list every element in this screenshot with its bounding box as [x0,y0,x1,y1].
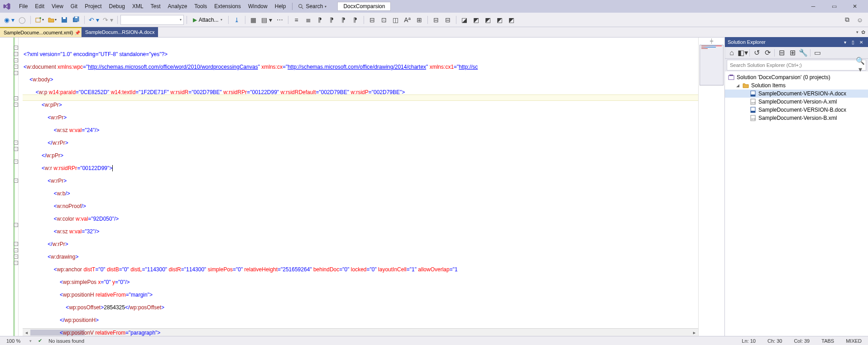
fold-button[interactable]: - [14,141,18,145]
panel-title-bar[interactable]: Solution Explorer ▾ ▯ ✕ [725,37,868,47]
fold-button[interactable]: - [14,242,18,246]
tb-icon-2[interactable]: ▤ ▾ [260,14,273,25]
menu-analyze[interactable]: Analyze [164,1,191,11]
menu-test[interactable]: Test [147,1,164,11]
status-mixed[interactable]: MIXED [843,338,864,344]
step-button[interactable]: ⤓ [231,14,242,25]
code-content[interactable]: <?xml version="1.0" encoding="UTF-8" sta… [23,38,698,336]
fold-button[interactable]: - [14,147,18,151]
menu-window[interactable]: Window [245,1,271,11]
save-button[interactable] [59,14,70,25]
fold-button[interactable]: - [14,255,18,259]
fold-button[interactable]: - [14,179,18,183]
sync-button[interactable]: ↺ [752,48,762,58]
tree-file-node[interactable]: xml SampleDocument-Version-A.xml [725,98,868,106]
menu-extensions[interactable]: Extensions [211,1,245,11]
undo-button[interactable]: ↶ ▾ [87,14,101,25]
fold-button[interactable]: - [14,46,18,50]
feedback-button[interactable]: ☺ [854,14,865,25]
fold-button[interactable]: - [14,52,18,56]
zoom-level[interactable]: 100 % [4,338,23,344]
project-name[interactable]: DocxComparsion [337,2,391,11]
panel-search[interactable]: 🔍▾ [727,60,866,71]
fold-button[interactable]: - [14,65,18,69]
nav-back-button[interactable]: ◉ ▾ [3,14,16,25]
maximize-button[interactable]: ▭ [824,0,844,13]
fold-button[interactable]: - [14,103,18,107]
tb-misc-4[interactable]: ⊟ [442,14,453,25]
menu-debug[interactable]: Debug [106,1,129,11]
menu-tools[interactable]: Tools [191,1,211,11]
panel-pin-button[interactable]: ▯ [849,40,857,45]
format-button-3[interactable]: ⁋ [338,14,349,25]
tb-misc-3[interactable]: ⊟ [431,14,441,25]
fold-button[interactable]: - [14,248,18,252]
tb-icon-3[interactable]: ⋯ [274,14,285,25]
collapse-all-button[interactable]: ⊟ [777,48,786,58]
panel-search-input[interactable] [727,62,855,68]
bookmark-button[interactable]: ◫ [390,14,401,25]
tab-sample-xml[interactable]: SampleDocume...ocument.xml) 📌 ✕ [0,27,82,37]
bookmark-next[interactable]: ◩ [483,14,494,25]
switch-views-button[interactable]: ◧▾ [738,48,748,58]
bookmark-prev-doc[interactable]: ◩ [494,14,505,25]
panel-dropdown-button[interactable]: ▾ [841,40,849,45]
expand-icon[interactable]: ◢ [735,83,740,88]
format-button-4[interactable]: ⁋ [350,14,361,25]
status-line[interactable]: Ln: 10 [739,338,758,344]
panel-close-button[interactable]: ✕ [857,40,865,45]
tree-file-node[interactable]: xml SampleDocument-Version-B.xml [725,114,868,122]
uncomment-button[interactable]: ⊡ [379,14,389,25]
fold-button[interactable]: - [14,71,18,75]
fold-button[interactable]: - [14,96,18,100]
tb-misc-1[interactable]: Aª [402,14,413,25]
pin-icon[interactable]: 📌 [75,30,80,35]
show-all-button[interactable]: ⊞ [787,48,797,58]
preview-button[interactable]: ▭ [812,48,822,58]
open-file-button[interactable]: ▾ [46,14,58,25]
minimize-button[interactable]: ─ [803,0,824,13]
indent-left-button[interactable]: ≡ [291,14,302,25]
tab-sample-docx[interactable]: SampleDocum...RSION-A.docx [82,27,158,37]
properties-button[interactable]: 🔧 [798,48,808,58]
tree-file-node[interactable]: SampleDocument-VERSION-A.docx [725,90,868,98]
tree-file-node[interactable]: SampleDocument-VERSION-B.docx [725,106,868,114]
split-handle-icon[interactable]: ╪ [699,38,724,43]
status-tabs[interactable]: TABS [819,338,837,344]
code-editor[interactable]: - - - - - - - - - - - - - - - - [0,37,724,336]
nav-fwd-button[interactable]: ◯ [17,14,28,25]
search-box[interactable]: Search ▾ [295,2,329,10]
close-button[interactable]: ✕ [844,0,865,13]
config-combo[interactable]: ▾ [120,15,184,25]
status-col[interactable]: Col: 39 [791,338,812,344]
menu-file[interactable]: File [15,1,31,11]
format-button-1[interactable]: ⁋ [315,14,326,25]
menu-project[interactable]: Project [81,1,105,11]
menu-git[interactable]: Git [67,1,81,11]
menu-xml[interactable]: XML [129,1,147,11]
tb-misc-2[interactable]: ⊞ [414,14,425,25]
solution-tree[interactable]: Solution 'DocxComparsion' (0 projects) ◢… [725,71,868,336]
fold-button[interactable]: - [14,223,18,227]
refresh-button[interactable]: ⟳ [762,48,772,58]
comment-button[interactable]: ⊟ [367,14,378,25]
redo-button[interactable]: ↷ ▾ [101,14,115,25]
status-char[interactable]: Ch: 30 [765,338,785,344]
menu-help[interactable]: Help [271,1,290,11]
indent-right-button[interactable]: ≣ [303,14,314,25]
tab-overflow-button[interactable]: ▾ [856,30,858,34]
vertical-scrollbar[interactable]: ╪ [698,38,724,336]
format-button-2[interactable]: ⁋ [326,14,337,25]
home-button[interactable]: ⌂ [727,48,737,58]
live-share-button[interactable]: ⧉ [842,14,853,25]
menu-edit[interactable]: Edit [31,1,48,11]
save-all-button[interactable] [71,14,82,25]
bookmark-next-doc[interactable]: ◩ [506,14,517,25]
new-project-button[interactable]: ▾ [34,14,45,25]
tb-icon-1[interactable]: ▦ [248,14,259,25]
tree-solution-node[interactable]: Solution 'DocxComparsion' (0 projects) [725,73,868,81]
tab-tools-button[interactable]: ✿ [861,29,865,35]
tree-folder-node[interactable]: ◢ Solution Items [725,81,868,90]
fold-button[interactable]: - [14,58,18,62]
bookmark-toggle[interactable]: ◪ [459,14,470,25]
